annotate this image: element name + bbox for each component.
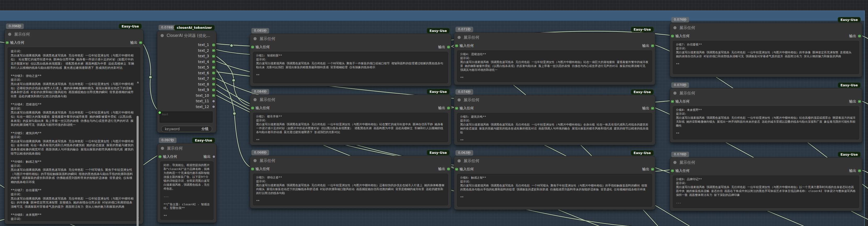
scroll-up-arrow-icon[interactable]: ▲ [137,81,139,84]
display-any-node-shot8[interactable]: 0.070秒 Easy-Use 展示任何 输入任何 输出 分镜8: 未来视野**… [670,88,862,142]
output-port[interactable] [212,105,215,108]
output-port[interactable] [212,60,215,64]
scrollbar-thumb[interactable] [136,116,138,226]
output-port[interactable] [212,49,215,52]
output-port[interactable] [212,94,215,97]
input-port[interactable] [455,168,458,171]
node-header[interactable]: 展示任何 [250,34,451,43]
text-input-field[interactable] [160,111,213,123]
node-header[interactable]: 展示任何 [250,156,451,165]
output-port[interactable] [212,55,215,58]
input-port[interactable] [251,167,254,171]
input-port[interactable] [158,155,162,159]
display-any-node-shot5[interactable]: 0.074秒 Easy-Use 展示任何 输入任何 输出 分镜5: 建筑共鸣**… [454,95,655,145]
output-port[interactable] [212,88,215,92]
node-header[interactable]: CloserAI 分词器 (优化... [157,31,216,40]
output-port[interactable] [858,100,861,103]
text-display-widget[interactable]: 分镜8: 未来视野** 提示词: 黑白速写白描素描风格 强调黑色速写线条 无任何… [673,106,859,139]
node-header[interactable]: 展示任何 [670,88,862,98]
display-any-node-shot2[interactable]: 0.084秒 Easy-Use 展示任何 输入任何 输出 分镜2: 都市序章**… [250,95,451,145]
collapse-dot-icon[interactable] [458,36,461,39]
collapse-dot-icon[interactable] [253,98,257,101]
keyword-widget[interactable]: keyword 分镜 [161,126,212,132]
input-port[interactable] [251,45,254,49]
text-display-widget[interactable]: 分镜1: 智感初探** 提示词: 黑白速写白描素描风格 强调黑色速写线条 无任何… [253,52,448,83]
display-any-node-shot1[interactable]: 0.085秒 Easy-Use 展示任何 输入任何 输出 分镜1: 智感初探**… [250,34,451,86]
output-port[interactable] [858,169,861,173]
comfyui-node-graph-canvas[interactable]: { "shared": { "display_title": "展示任何", "… [0,0,868,226]
output-port[interactable] [858,35,861,38]
text-display-widget[interactable]: 分镜5: 建筑共鸣** 提示词: 黑白速写白描素描风格 强调黑色速写线条 无任何… [457,113,652,142]
reroute-dot[interactable] [232,79,235,82]
input-port[interactable] [5,41,9,44]
input-port[interactable] [671,100,674,103]
text-display-widget[interactable]: 分镜7: 自信凝视** 提示词: 黑白速写白描素描风格 强调黑色速写线条 无任何… [673,41,859,74]
output-port[interactable] [651,107,654,110]
display-any-node-shot4[interactable]: 0.071秒 Easy-Use 展示任何 输入任何 输出 分镜4: 思绪连结**… [454,32,655,85]
display-any-node-shot3[interactable]: 0.068秒 Easy-Use 展示任何 输入任何 输出 分镜3: 律动之姿**… [250,156,451,208]
output-port[interactable] [651,44,654,47]
node-type-badge: closerAI_tokenizer [174,25,215,30]
text-display-widget[interactable]: 提示词: 黑白速写白描素描风格 强调黑色速写线条 无任何色彩 一位年轻亚洲女性（… [8,47,140,221]
reroute-dot[interactable] [233,112,236,115]
node-header[interactable]: 展示任何 [157,143,216,153]
node-title: 展示任何 [464,35,479,40]
input-port[interactable] [455,107,458,110]
node-header[interactable]: 展示任何 [454,156,655,166]
output-port[interactable] [139,41,142,44]
output-port[interactable] [447,106,450,110]
node-header[interactable]: 展示任何 [454,33,655,42]
text-display-widget[interactable]: 分镜3: 律动之姿** 提示词: 黑白速写白描素描风格 强调黑色速写线条 无任何… [253,174,448,205]
text-display-widget[interactable]: 好的，导演就位。根据您提供的图片和“closerAI”这个品牌名称，我将为您构思… [160,161,214,220]
text-display-widget[interactable]: 分镜4: 思绪连结** 提示词: 黑白速写白描素描风格 强调黑色速写线条 无任何… [457,51,652,82]
text-display-widget[interactable]: 分镜6: 触感之智** 提示词: 黑白速写白描素描风格 强调黑色速写线条 无任何… [457,174,652,207]
output-port[interactable] [212,66,215,69]
collapse-dot-icon[interactable] [673,92,677,95]
output-port[interactable] [212,83,215,86]
node-title: CloserAI 分词器 (优化... [167,33,210,38]
text-display-widget[interactable]: 分镜9: 品牌印记** 提示词: 黑白速写白描素描风格 强调黑色速写线条 无任何… [673,175,859,208]
display-any-node-shot6[interactable]: 0.063秒 Easy-Use 展示任何 输入任何 输出 分镜6: 触感之智**… [454,156,655,210]
node-header[interactable]: 展示任何 [454,95,655,105]
input-port[interactable] [671,35,674,38]
output-port[interactable] [651,168,654,171]
node-title: 展示任何 [679,91,695,96]
collapse-dot-icon[interactable] [673,161,677,164]
output-port[interactable] [212,71,215,75]
output-port[interactable] [212,155,216,159]
collapse-dot-icon[interactable] [8,33,11,36]
output-port[interactable] [212,43,215,46]
output-port-label: 输出 [849,99,856,104]
collapse-dot-icon[interactable] [673,26,677,29]
text-input-port[interactable] [158,111,161,114]
display-any-node-intro[interactable]: 0.097秒 Easy-Use 展示任何 输入任何 输出 好的，导演就位。根据您… [157,143,217,223]
node-header[interactable]: 展示任何 [670,158,862,167]
output-port[interactable] [212,77,215,80]
collapse-dot-icon[interactable] [253,37,257,40]
collapse-dot-icon[interactable] [161,34,164,37]
closerai-tokenizer-node[interactable]: 0.078秒 closerAI_tokenizer CloserAI 分词器 (… [157,31,216,133]
text-display-widget[interactable]: 分镜2: 都市序章** 提示词: 黑白速写白描素描风格 强调黑色速写线条 无任何… [253,113,448,142]
output-port[interactable] [447,167,450,171]
collapse-dot-icon[interactable] [458,98,461,101]
node-header[interactable]: 展示任何 [670,23,862,32]
collapse-dot-icon[interactable] [253,159,257,162]
reroute-dot[interactable] [230,44,233,47]
ports-row: 输入任何 输出 [250,43,451,51]
output-port-label: 输出 [849,34,856,38]
reroute-dot[interactable] [149,75,152,79]
collapse-dot-icon[interactable] [458,159,461,162]
output-label: text_8 [198,82,209,86]
input-port[interactable] [455,44,458,47]
node-title: 展示任何 [259,158,275,163]
output-port[interactable] [212,99,215,103]
display-any-node-shot7[interactable]: 0.076秒 Easy-Use 展示任何 输入任何 输出 分镜7: 自信凝视**… [670,23,862,77]
output-port[interactable] [447,45,450,49]
node-header[interactable]: 展示任何 [250,95,451,104]
display-any-node-main[interactable]: 0.096秒 Easy-Use 展示任何 输入任何 输出 提示词: 黑白速写白描… [4,29,143,224]
collapse-dot-icon[interactable] [161,147,164,150]
input-port[interactable] [251,106,254,110]
display-any-node-shot9[interactable]: 0.078秒 Easy-Use 展示任何 输入任何 输出 分镜9: 品牌印记**… [670,158,862,211]
node-header[interactable]: 展示任何 [5,30,143,39]
input-port[interactable] [671,169,674,173]
